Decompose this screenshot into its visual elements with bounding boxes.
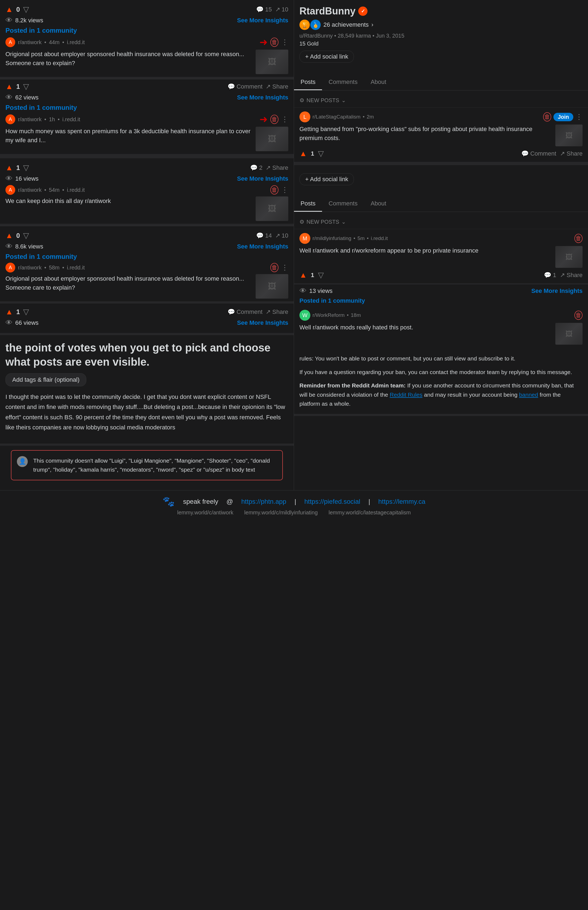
right-upvote-1[interactable]: ▲ <box>299 149 307 158</box>
add-link-btn[interactable]: + Add social link <box>299 51 354 63</box>
ban-cont: and may result in your account being <box>424 392 519 398</box>
right-comment-action-1[interactable]: 💬 Comment <box>521 150 556 157</box>
community-tag-1b[interactable]: Posted in 1 community <box>5 104 288 112</box>
tab-about-bottom[interactable]: About <box>364 196 393 212</box>
right-post-1: L r/LateStagCapitalism • 2m 🗑 Join ⋮ Get… <box>294 108 588 163</box>
share-action-1b[interactable]: ↗ Share <box>266 83 288 90</box>
tab-posts-bottom[interactable]: Posts <box>294 196 322 212</box>
right-post-3: W r/WorkReform • 18m 🗑 Well r/antiwork m… <box>294 306 588 348</box>
upvote-btn-4b[interactable]: ▲ <box>5 308 13 316</box>
comment-count-3: 2 <box>259 164 262 172</box>
footer-link-3[interactable]: https://lemmy.ca <box>378 498 425 505</box>
upvote-btn-4[interactable]: ▲ <box>5 231 13 240</box>
footer-link-1[interactable]: https://phtn.app <box>241 498 286 505</box>
right-share-action-1[interactable]: ↗ Share <box>560 150 583 157</box>
add-link-btn-2[interactable]: + Add social link <box>299 173 354 185</box>
achievements-chevron: › <box>371 21 373 28</box>
downvote-btn-1[interactable]: ▽ <box>23 5 29 14</box>
share-action-4b[interactable]: ↗ Share <box>266 308 288 316</box>
right-downvote-1[interactable]: ▽ <box>318 149 324 158</box>
menu-dots-1[interactable]: ⋮ <box>281 38 288 47</box>
annotation-arrow-1b: ➜ <box>259 113 268 125</box>
downvote-btn-3[interactable]: ▽ <box>23 163 29 172</box>
tab-comments-top[interactable]: Comments <box>322 74 364 90</box>
ach-icon-2: 🏅 <box>310 19 321 30</box>
thumb-inner-1: 🖼 <box>255 50 288 74</box>
post-thumb-4: 🖼 <box>255 274 288 299</box>
downvote-btn-1b[interactable]: ▽ <box>23 82 29 91</box>
see-more-link-3[interactable]: See More Insights <box>237 175 288 182</box>
see-more-link-1[interactable]: See More Insights <box>237 17 288 24</box>
tab-posts-top[interactable]: Posts <box>294 74 322 90</box>
community-tag-4[interactable]: Posted in 1 community <box>5 253 288 261</box>
tags-flair-btn[interactable]: Add tags & flair (optional) <box>5 373 86 386</box>
subreddit-4[interactable]: r/antiwork <box>18 264 42 271</box>
upvote-btn-3[interactable]: ▲ <box>5 164 13 172</box>
eye-icon-4: 👁 <box>5 242 13 251</box>
subreddit-1[interactable]: r/antiwork <box>18 39 42 45</box>
comment-icon-4b: 💬 <box>228 308 235 316</box>
share-action-3[interactable]: ↗ Share <box>266 164 288 172</box>
footer-link-2[interactable]: https://piefed.social <box>304 498 360 505</box>
share-action-1[interactable]: ↗ 10 <box>275 6 288 13</box>
menu-dots-1b[interactable]: ⋮ <box>281 115 288 124</box>
footer-sub-1: lemmy.world/c/antiwork <box>177 510 233 516</box>
see-more-link-1b[interactable]: See More Insights <box>237 94 288 101</box>
post-text-4: Origional post about employer sponsored … <box>5 274 253 292</box>
tab-about-top[interactable]: About <box>364 74 393 90</box>
right-share-action-2[interactable]: ↗ Share <box>560 272 583 279</box>
delete-icon-1b[interactable]: 🗑 <box>270 115 278 124</box>
right-time-1: 2m <box>367 114 374 120</box>
achievements-row[interactable]: 🏆 🏅 26 achievements › <box>299 19 583 30</box>
right-delete-icon-1[interactable]: 🗑 <box>543 112 551 121</box>
delete-icon-3[interactable]: 🗑 <box>270 185 278 194</box>
right-menu-dots-1[interactable]: ⋮ <box>575 113 583 121</box>
right-community-tag[interactable]: Posted in 1 community <box>294 297 588 304</box>
subreddit-3[interactable]: r/antiwork <box>18 187 42 193</box>
share-icon-4: ↗ <box>275 232 280 239</box>
comment-action-4b[interactable]: 💬 Comment <box>228 308 262 316</box>
right-comment-action-2[interactable]: 💬 1 <box>544 272 556 279</box>
upvote-btn-1[interactable]: ▲ <box>5 5 13 14</box>
comment-action-3[interactable]: 💬 2 <box>250 164 262 172</box>
delete-icon-1[interactable]: 🗑 <box>270 37 278 47</box>
reddit-rules-link[interactable]: Reddit Rules <box>390 392 423 398</box>
see-more-link-4[interactable]: See More Insights <box>237 243 288 250</box>
right-delete-icon-2[interactable]: 🗑 <box>574 234 583 243</box>
vote-count-3: 1 <box>16 164 20 172</box>
downvote-btn-4b[interactable]: ▽ <box>23 307 29 316</box>
upvote-btn-1b[interactable]: ▲ <box>5 82 13 91</box>
right-upvote-2[interactable]: ▲ <box>299 271 307 280</box>
comment-action-1b[interactable]: 💬 Comment <box>228 83 262 90</box>
trash-icon-1b: 🗑 <box>271 116 278 123</box>
post-meta-1: A r/antiwork • 44m • i.redd.it ➜ 🗑 ⋮ <box>5 37 288 48</box>
community-tag-1[interactable]: Posted in 1 community <box>5 27 288 34</box>
achievement-icons: 🏆 🏅 <box>299 19 321 30</box>
body-text: I thought the point was to let the commu… <box>5 392 288 433</box>
tab-comments-bottom[interactable]: Comments <box>322 196 364 212</box>
right-post-content-2: Well r/antiwork and r/workreform appear … <box>299 246 583 268</box>
join-btn-1[interactable]: Join <box>553 113 573 121</box>
share-label-1b: Share <box>272 83 288 90</box>
banned-link[interactable]: banned <box>519 392 538 398</box>
post-thumb-3: 🖼 <box>255 196 288 221</box>
right-see-more[interactable]: See More Insights <box>531 287 583 295</box>
comment-action-4[interactable]: 💬 14 <box>256 232 272 239</box>
ban-intro: rules: You won't be able to post or comm… <box>299 354 583 363</box>
menu-dots-4[interactable]: ⋮ <box>281 264 288 272</box>
delete-icon-4[interactable]: 🗑 <box>270 263 278 272</box>
subreddit-1b[interactable]: r/antiwork <box>18 117 42 123</box>
share-action-4[interactable]: ↗ 10 <box>275 232 288 239</box>
right-delete-icon-3[interactable]: 🗑 <box>574 311 583 320</box>
vote-count-1: 0 <box>16 6 20 13</box>
downvote-btn-4[interactable]: ▽ <box>23 231 29 240</box>
see-more-link-4b[interactable]: See More Insights <box>237 319 288 326</box>
menu-dots-3[interactable]: ⋮ <box>281 186 288 194</box>
share-count-4: 10 <box>282 232 288 239</box>
new-posts-bar-bottom: ⚙ NEW POSTS ⌄ <box>294 215 588 229</box>
comment-action-1[interactable]: 💬 15 <box>256 6 272 13</box>
right-downvote-2[interactable]: ▽ <box>318 270 324 280</box>
right-subreddit-2[interactable]: r/mildlyinfuriating <box>312 235 351 241</box>
right-subreddit-1[interactable]: r/LateStagCapitalism <box>312 114 360 120</box>
right-subreddit-3[interactable]: r/WorkReform <box>312 312 345 318</box>
